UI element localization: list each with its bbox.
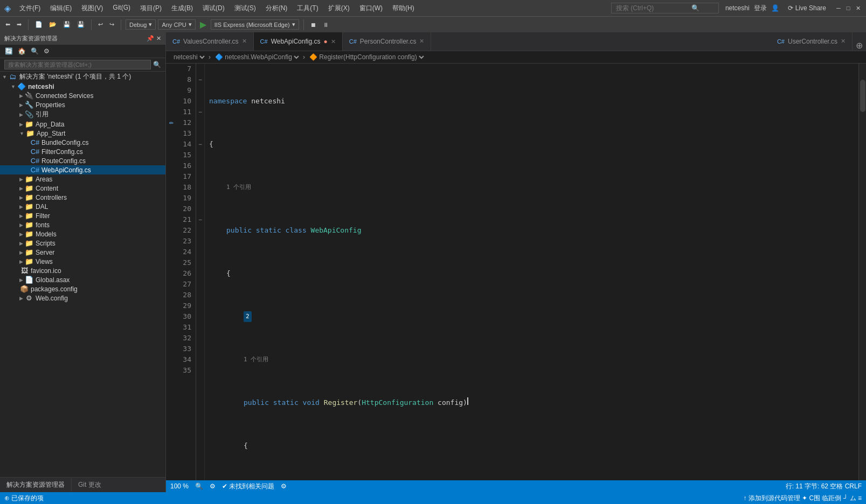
menu-edit[interactable]: 编辑(E) <box>46 3 76 14</box>
tab-user-controller[interactable]: C# UserController.cs ✕ <box>771 32 853 51</box>
open-button[interactable]: 📂 <box>47 20 59 29</box>
run-target-dropdown[interactable]: IIS Express (Microsoft Edge) ▾ <box>211 19 299 30</box>
menu-debug[interactable]: 调试(D) <box>198 3 229 14</box>
tree-connected-services[interactable]: ▶ 🔌 Connected Services <box>0 91 165 100</box>
tree-models[interactable]: ▶ 📁 Models <box>0 229 165 239</box>
tree-web-config[interactable]: ▶ ⚙ Web.config <box>0 293 165 303</box>
tree-packages-config[interactable]: 📦 packages.config <box>0 284 165 293</box>
search-input[interactable] <box>616 4 691 12</box>
tab-close-webapi[interactable]: ✕ <box>331 38 336 45</box>
se-bottom-solution[interactable]: 解决方案资源管理器 <box>0 478 72 492</box>
tab-close-values[interactable]: ✕ <box>242 38 247 45</box>
fold-11[interactable]: − <box>196 107 204 117</box>
tree-solution[interactable]: ▼ 🗂 解决方案 'netceshi' (1 个项目，共 1 个) <box>0 72 165 82</box>
se-home-button[interactable]: 🏠 <box>16 46 27 56</box>
se-search-button[interactable]: 🔍 <box>29 46 40 56</box>
tree-scripts[interactable]: ▶ 📁 Scripts <box>0 239 165 248</box>
breadcrumb-method-select[interactable]: 🔶 Register(HttpConfiguration config) <box>307 53 426 61</box>
editor-scrollbar[interactable] <box>858 64 866 480</box>
zoom-level[interactable]: 100 % <box>170 482 189 490</box>
fold-21[interactable]: − <box>196 214 204 225</box>
save-button[interactable]: 💾 <box>61 20 73 29</box>
tree-webapi-config[interactable]: C# WebApiConfig.cs <box>0 165 165 174</box>
se-sync-button[interactable]: 🔄 <box>3 46 15 56</box>
tree-app-start[interactable]: ▼ 📁 App_Start <box>0 129 165 138</box>
tree-server[interactable]: ▶ 📁 Server <box>0 248 165 257</box>
se-bottom-git[interactable]: Git 更改 <box>72 478 108 492</box>
saved-items-status[interactable]: ⊕ 已保存的项 <box>4 494 44 503</box>
undo-button[interactable]: ↩ <box>96 20 105 29</box>
tab-values-controller[interactable]: C# ValuesController.cs ✕ <box>166 32 254 51</box>
tab-webapi-config[interactable]: C# WebApiConfig.cs ● ✕ <box>254 32 343 51</box>
tree-bundle-config[interactable]: C# BundleConfig.cs <box>0 138 165 147</box>
tree-filter-config[interactable]: C# FilterConfig.cs <box>0 147 165 156</box>
menu-help[interactable]: 帮助(H) <box>388 3 419 14</box>
menu-test[interactable]: 测试(S) <box>230 3 260 14</box>
se-settings-button[interactable]: ⚙ <box>42 46 51 56</box>
tab-person-controller[interactable]: C# PersonController.cs ✕ <box>343 32 432 51</box>
tab-close-user[interactable]: ✕ <box>841 38 846 45</box>
menu-tools[interactable]: 工具(T) <box>293 3 322 14</box>
se-close-button[interactable]: ✕ <box>156 35 161 42</box>
menu-git[interactable]: Git(G) <box>108 3 135 14</box>
tree-fonts[interactable]: ▶ 📁 fonts <box>0 220 165 229</box>
menu-view[interactable]: 视图(V) <box>77 3 107 14</box>
tree-references[interactable]: ▶ 📎 引用 <box>0 109 165 120</box>
tree-content[interactable]: ▶ 📁 Content <box>0 184 165 193</box>
tab-add-button[interactable]: ⊕ <box>853 40 866 51</box>
breadcrumb: netceshi › 🔷 netceshi.WebApiConfig › 🔶 R… <box>166 51 866 64</box>
tab-label-person: PersonController.cs <box>360 38 417 45</box>
git-icon: ⚙ <box>210 482 216 490</box>
stop-button[interactable]: ⏹ <box>308 20 318 29</box>
tree-areas[interactable]: ▶ 📁 Areas <box>0 174 165 184</box>
line-numbers: 7 8 9 10 11 12 13 14 15 16 17 18 19 20 2… <box>177 64 196 480</box>
tree-views[interactable]: ▶ 📁 Views <box>0 257 165 266</box>
fold-12 <box>196 117 204 128</box>
se-search-box[interactable]: 🔍 <box>0 58 165 72</box>
menu-window[interactable]: 窗口(W) <box>355 3 387 14</box>
forward-button[interactable]: ➡ <box>15 20 24 29</box>
menu-analyze[interactable]: 分析(N) <box>261 3 292 14</box>
code-editor[interactable]: ✏ 7 8 9 10 11 12 13 14 15 16 17 18 19 20… <box>166 64 866 480</box>
fold-8[interactable]: − <box>196 74 204 85</box>
minimize-button[interactable]: ─ <box>835 4 842 12</box>
tree-filter[interactable]: ▶ 📁 Filter <box>0 211 165 220</box>
platform-dropdown[interactable]: Any CPU ▾ <box>158 19 195 30</box>
redo-button[interactable]: ↪ <box>107 20 116 29</box>
pause-button[interactable]: ⏸ <box>321 20 331 29</box>
tree-global-asax[interactable]: ▶ 📄 Global.asax <box>0 275 165 284</box>
scroll-thumb[interactable] <box>860 80 865 112</box>
maximize-button[interactable]: □ <box>844 4 852 12</box>
tree-dal[interactable]: ▶ 📁 DAL <box>0 202 165 211</box>
breadcrumb-project-select[interactable]: netceshi <box>171 53 206 61</box>
save-all-button[interactable]: 💾 <box>75 20 87 29</box>
run-button[interactable]: ▶ <box>198 18 209 31</box>
tree-project[interactable]: ▼ 🔷 netceshi <box>0 82 165 91</box>
code-content[interactable]: namespace netceshi { 1 个引用 public static… <box>205 64 858 480</box>
tree-app-data[interactable]: ▶ 📁 App_Data <box>0 120 165 129</box>
tree-favicon[interactable]: 🖼 favicon.ico <box>0 266 165 275</box>
back-button[interactable]: ⬅ <box>3 20 12 29</box>
live-share-button[interactable]: ⟳ Live Share <box>788 4 826 12</box>
global-search[interactable]: 🔍 <box>611 3 719 13</box>
fold-10[interactable] <box>196 96 204 107</box>
fold-14[interactable]: − <box>196 139 204 150</box>
tab-close-person[interactable]: ✕ <box>419 38 424 45</box>
menu-project[interactable]: 项目(P) <box>136 3 166 14</box>
breadcrumb-namespace-select[interactable]: 🔷 netceshi.WebApiConfig <box>213 53 301 61</box>
se-pin-button[interactable]: 📌 <box>147 35 154 42</box>
menu-build[interactable]: 生成(B) <box>167 3 197 14</box>
source-control-label[interactable]: ↑ 添加到源代码管理 ✦ C围 临距倒 ┘ ム ≡ <box>743 494 862 502</box>
server-expand-icon: ▶ <box>19 250 23 255</box>
menu-extensions[interactable]: 扩展(X) <box>324 3 354 14</box>
menu-file[interactable]: 文件(F) <box>15 3 45 14</box>
tree-controllers[interactable]: ▶ 📁 Controllers <box>0 193 165 202</box>
debug-mode-dropdown[interactable]: Debug ▾ <box>126 19 156 30</box>
login-button[interactable]: 登录 <box>754 4 767 13</box>
se-search-input[interactable] <box>4 60 151 69</box>
new-project-button[interactable]: 📄 <box>33 20 45 29</box>
references-icon: 📎 <box>24 110 34 118</box>
tree-properties[interactable]: ▶ 🔧 Properties <box>0 100 165 109</box>
tree-route-config[interactable]: C# RouteConfig.cs <box>0 156 165 165</box>
close-button[interactable]: ✕ <box>854 4 862 12</box>
